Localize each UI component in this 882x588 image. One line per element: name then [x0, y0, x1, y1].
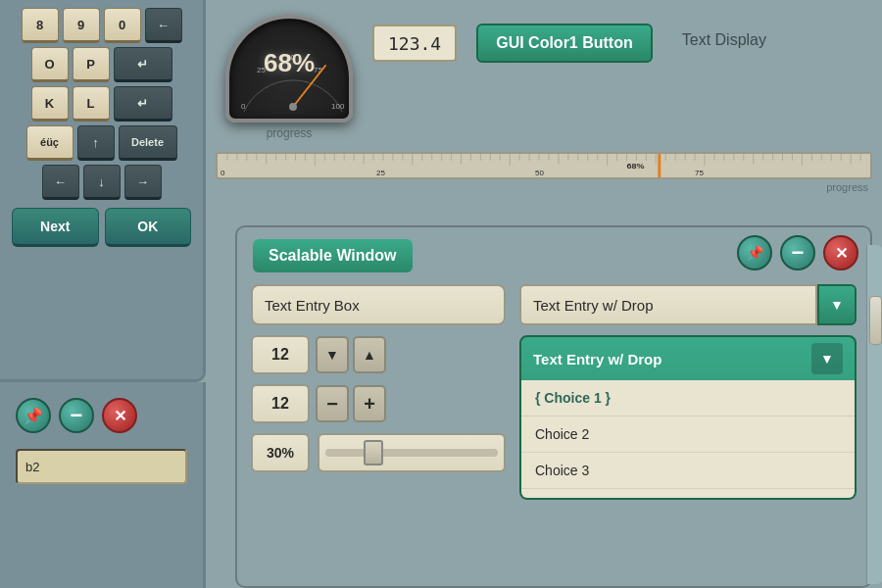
svg-text:0: 0: [220, 170, 224, 177]
drop-list-item-3[interactable]: Choice 3: [521, 453, 855, 489]
svg-point-6: [289, 103, 297, 111]
window-controls: 📌 − ✕: [737, 235, 858, 270]
spinner2-display: 12: [271, 395, 289, 413]
svg-text:25: 25: [376, 170, 385, 177]
ruler-bottom-label: progress: [216, 181, 872, 193]
window-titlebar: Scalable Window: [253, 239, 413, 272]
bottom-btn-row: Next OK: [8, 208, 195, 247]
gauge-container: 0 25 50 75 100 68% progress: [225, 15, 353, 140]
key-row-2: O P ↵: [8, 47, 195, 82]
gauge-label: progress: [267, 126, 313, 140]
gauge-value: 68%: [264, 48, 315, 78]
spinner2-buttons: − +: [316, 385, 386, 422]
key-p[interactable]: P: [73, 47, 110, 82]
key-9[interactable]: 9: [63, 8, 100, 43]
gui-color1-button[interactable]: GUI Color1 Button: [476, 24, 653, 63]
dropdown1: Text Entry w/ Drop ▼: [519, 284, 857, 325]
text-box-entry-label: Text Display: [237, 514, 870, 521]
window-close-button[interactable]: ✕: [823, 235, 858, 270]
key-0[interactable]: 0: [104, 8, 141, 43]
spinner1-display: 12: [271, 346, 289, 364]
ok-button[interactable]: OK: [105, 208, 192, 247]
key-arrow-left[interactable]: ←: [42, 165, 79, 200]
spinner2-plus-button[interactable]: +: [353, 385, 386, 422]
drop-list-container: Text Entry w/ Drop ▼ { Choice 1 } Choice…: [519, 335, 857, 500]
window-minimize-button[interactable]: −: [780, 235, 815, 270]
spinner1-up-button[interactable]: ▲: [353, 336, 386, 373]
svg-rect-7: [218, 154, 870, 177]
key-arrow-up[interactable]: ↑: [77, 125, 115, 161]
ruler-svg: 0 25 50 75 68%: [218, 154, 870, 177]
drop-list-arrow-button[interactable]: ▼: [811, 343, 843, 374]
key-row-3: K L ↵: [8, 86, 195, 122]
key-row-4: éüç ↑ Delete: [8, 125, 195, 161]
svg-text:75: 75: [695, 170, 704, 177]
ruler-bar: 0 25 50 75 68%: [216, 152, 872, 179]
text-display-label: Text Display: [682, 31, 766, 49]
key-row-5: ← ↓ →: [8, 165, 195, 200]
drop-list-title: Text Entry w/ Drop: [533, 351, 662, 368]
key-arrow-down[interactable]: ↓: [83, 165, 121, 200]
keyboard-panel: 8 9 0 ← O P ↵ K L ↵ éüç ↑ Delete ← ↓ → N…: [0, 0, 206, 382]
next-button[interactable]: Next: [12, 208, 99, 247]
dropdown1-text[interactable]: Text Entry w/ Drop: [519, 284, 817, 325]
small-panel: 📌 − ✕ b2: [0, 382, 206, 588]
spinner1-value: 12: [251, 335, 310, 374]
spinner1-buttons: ▼ ▲: [316, 336, 386, 373]
spinner-row-1: 12 ▼ ▲: [251, 335, 506, 374]
key-enter2[interactable]: ↵: [114, 86, 172, 122]
slider-inner: [325, 449, 498, 457]
right-column: Text Entry w/ Drop ▼ Text Entry w/ Drop …: [519, 284, 857, 500]
key-backspace[interactable]: ←: [145, 8, 182, 43]
spinner2-value: 12: [251, 384, 310, 423]
slider-thumb[interactable]: [364, 440, 383, 466]
slider-pct-label: 30%: [251, 433, 310, 472]
window-header: Scalable Window 📌 − ✕: [237, 227, 870, 284]
gauge: 0 25 50 75 100 68%: [225, 15, 353, 122]
slider-row: 30%: [251, 433, 506, 472]
small-panel-controls: 📌 − ✕: [8, 390, 195, 441]
key-k[interactable]: K: [31, 86, 69, 122]
key-delete[interactable]: Delete: [119, 125, 177, 161]
small-text-value: b2: [25, 460, 39, 474]
small-close-button[interactable]: ✕: [102, 398, 137, 433]
key-8[interactable]: 8: [22, 8, 59, 43]
text-entry-box[interactable]: Text Entry Box: [251, 284, 506, 325]
spinner2-minus-button[interactable]: −: [316, 385, 349, 422]
key-arrow-right[interactable]: →: [124, 165, 162, 200]
svg-rect-79: [658, 154, 661, 177]
key-enter[interactable]: ↵: [114, 47, 172, 82]
slider-pct-value: 30%: [267, 445, 294, 461]
vertical-scroll-thumb[interactable]: [869, 296, 882, 345]
drop-list-header: Text Entry w/ Drop ▼: [521, 337, 855, 380]
drop-list-item-2[interactable]: Choice 2: [521, 416, 855, 453]
vertical-scrollbar[interactable]: [866, 245, 882, 584]
dropdown1-label: Text Entry w/ Drop: [533, 297, 654, 314]
key-row-1: 8 9 0 ←: [8, 8, 195, 43]
text-entry-label: Text Entry Box: [265, 297, 360, 314]
drop-list-item-1[interactable]: { Choice 1 }: [521, 380, 855, 416]
gui-button-label: GUI Color1 Button: [496, 34, 633, 52]
small-text-display: b2: [16, 449, 187, 484]
ruler-area: 0 25 50 75 68% progress: [206, 152, 882, 211]
key-l[interactable]: L: [73, 86, 110, 122]
window-pin-button[interactable]: 📌: [737, 235, 772, 270]
drop-list-body: { Choice 1 } Choice 2 Choice 3: [521, 380, 855, 498]
gauge-face: 0 25 50 75 100 68%: [225, 15, 353, 122]
window-content: Text Entry Box 12 ▼ ▲ 12 − +: [237, 284, 870, 514]
svg-text:0: 0: [241, 102, 246, 111]
svg-text:68%: 68%: [626, 162, 645, 171]
key-special[interactable]: éüç: [26, 125, 74, 161]
number-value: 123.4: [388, 33, 441, 54]
small-minimize-button[interactable]: −: [59, 398, 94, 433]
scalable-window: Scalable Window 📌 − ✕ Text Entry Box 12 …: [235, 225, 872, 588]
number-display: 123.4: [372, 24, 457, 62]
svg-text:50: 50: [535, 170, 544, 177]
svg-text:100: 100: [331, 102, 345, 111]
key-o[interactable]: O: [31, 47, 69, 82]
pm-row: 12 − +: [251, 384, 506, 423]
dropdown1-arrow-button[interactable]: ▼: [817, 284, 857, 325]
small-pin-button[interactable]: 📌: [16, 398, 51, 433]
spinner1-down-button[interactable]: ▼: [316, 336, 349, 373]
slider-track[interactable]: [318, 433, 506, 472]
